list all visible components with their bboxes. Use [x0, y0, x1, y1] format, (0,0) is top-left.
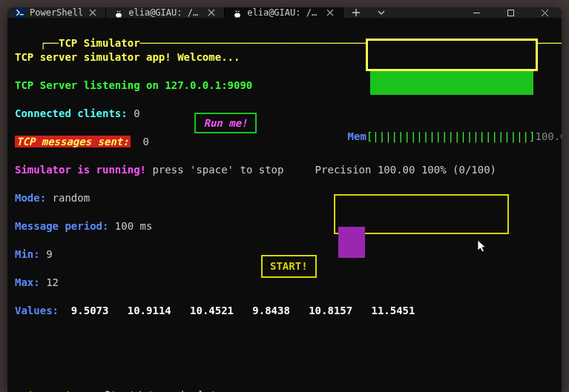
svg-point-4: [119, 10, 121, 12]
tux-icon: [232, 7, 243, 18]
tab-label: elia@GIAU: /mnt: [128, 7, 202, 18]
powershell-icon: [15, 7, 25, 18]
titlebar: PowerShell elia@GIAU: /mnt elia@GIAU:: [7, 7, 562, 18]
mem-gauge: Mem[|||||||||||||||||||||||||]100.00/100…: [310, 116, 562, 158]
start-button[interactable]: START!: [261, 255, 317, 278]
welcome-line: TCP server simulator app! Welcome...: [15, 51, 240, 63]
run-me-button[interactable]: Run me!: [194, 113, 257, 133]
close-window-button[interactable]: [527, 7, 562, 18]
tab-dropdown-button[interactable]: [369, 7, 394, 18]
clients-label: Connected clients:: [15, 107, 128, 119]
tux-icon: [114, 7, 124, 18]
svg-point-7: [236, 10, 237, 12]
frame-title: TCP Simulator: [59, 37, 140, 49]
svg-point-3: [117, 10, 119, 12]
svg-rect-0: [15, 7, 25, 18]
frame-top: ┌──: [40, 37, 59, 49]
interactive-gauge-fill: [338, 227, 365, 258]
max-value: 12: [40, 276, 59, 288]
messages-label: TCP messages sent:: [15, 136, 131, 147]
window-controls: [459, 7, 562, 18]
mem-label: Mem: [348, 130, 366, 142]
help-key: 'space': [27, 389, 71, 392]
terminal-window: PowerShell elia@GIAU: /mnt elia@GIAU:: [7, 7, 562, 392]
precision-gauge-label: Precision 100.00 100% (0/100): [315, 164, 496, 176]
terminal-body[interactable]: ┌──TCP Simulator────────────────────────…: [7, 18, 562, 392]
minimize-button[interactable]: [459, 7, 493, 18]
tab-linux-1[interactable]: elia@GIAU: /mnt: [106, 7, 225, 18]
max-label: Max:: [15, 276, 40, 288]
listen-line: TCP Server listening on 127.0.0.1:9090: [15, 79, 252, 91]
close-icon[interactable]: [88, 7, 98, 18]
mem-bar: [|||||||||||||||||||||||||]: [366, 130, 536, 142]
mode-value: random: [46, 192, 90, 204]
close-icon[interactable]: [325, 7, 335, 18]
close-icon[interactable]: [206, 7, 217, 18]
maximize-button[interactable]: [493, 7, 527, 18]
min-label: Min:: [15, 248, 40, 260]
svg-rect-9: [507, 10, 513, 16]
start-label: START!: [270, 260, 308, 272]
help-desc: Start/stop simulator: [102, 389, 228, 392]
period-label: Message period:: [15, 220, 108, 232]
running-status: Simulator is running!: [15, 164, 146, 176]
svg-point-8: [238, 10, 240, 12]
min-value: 9: [40, 248, 53, 260]
clients-value: 0: [134, 107, 139, 119]
period-value: 100 ms: [108, 220, 152, 232]
svg-point-6: [234, 13, 240, 17]
tab-powershell[interactable]: PowerShell: [7, 7, 106, 18]
mode-label: Mode:: [15, 192, 46, 204]
tab-strip: PowerShell elia@GIAU: /mnt elia@GIAU:: [7, 7, 459, 18]
run-me-label: Run me!: [203, 116, 247, 130]
running-hint: press 'space' to stop: [146, 164, 283, 176]
precision-gauge-box: [366, 39, 538, 71]
tab-label: PowerShell: [30, 7, 83, 18]
mem-readout: 100.00/100%: [535, 130, 562, 142]
mouse-cursor-icon: [439, 225, 450, 240]
precision-gauge-fill: [370, 71, 533, 95]
interactive-gauge-box: [334, 194, 509, 234]
tab-label: elia@GIAU: /mn: [247, 7, 320, 18]
tab-linux-2-active[interactable]: elia@GIAU: /mn: [225, 7, 343, 18]
new-tab-button[interactable]: [343, 7, 369, 18]
messages-value: 0: [143, 136, 149, 147]
values-list: 9.5073 10.9114 10.4521 9.8438 10.8157 11…: [59, 305, 415, 316]
values-label: Values:: [15, 305, 59, 316]
svg-point-2: [116, 13, 122, 17]
